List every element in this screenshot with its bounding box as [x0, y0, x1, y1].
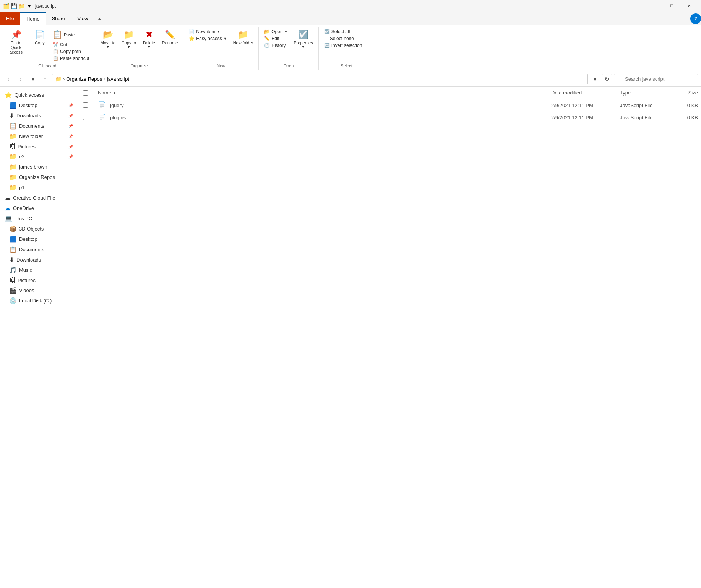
history-button[interactable]: 🕐 History — [262, 42, 290, 49]
paste-shortcut-button[interactable]: 📋 Paste shortcut — [50, 55, 92, 62]
title-bar-icons: 🗂️ 💾 📁 ▾ — [3, 3, 32, 9]
sidebar-item-videos[interactable]: 🎬 Videos — [0, 285, 76, 296]
pin-indicator: 📌 — [68, 154, 73, 159]
breadcrumb-expand-button[interactable]: ▾ — [589, 74, 600, 84]
sidebar-item-desktop[interactable]: 🟦 Desktop 📌 — [0, 100, 76, 110]
pin-indicator: 📌 — [68, 103, 73, 107]
easy-access-button[interactable]: ⭐ Easy access ▼ — [187, 35, 229, 42]
rename-button[interactable]: ✏️ Rename — [160, 28, 180, 47]
local-disk-icon: 💿 — [9, 297, 17, 304]
sidebar-item-documents[interactable]: 📋 Documents 📌 — [0, 121, 76, 131]
refresh-button[interactable]: ↻ — [602, 74, 612, 84]
edit-button[interactable]: ✏️ Edit — [262, 35, 290, 42]
select-column: ☑️ Select all ☐ Select none 🔄 Invert sel… — [322, 28, 372, 49]
cut-icon: ✂️ — [53, 42, 58, 47]
header-type-col[interactable]: Type — [617, 90, 670, 96]
header-checkbox-col — [76, 90, 95, 96]
cut-button[interactable]: ✂️ Cut — [50, 41, 92, 48]
sidebar-item-pictures[interactable]: 🖼 Pictures 📌 — [0, 141, 76, 151]
sidebar-item-this-pc[interactable]: 💻 This PC — [0, 213, 76, 224]
ribbon-group-open: 📂 Open ▼ ✏️ Edit 🕐 History ☑️ Properties… — [259, 27, 318, 70]
copy-path-button[interactable]: 📋 Copy path — [50, 48, 92, 55]
paste-button[interactable]: 📋 Paste — [50, 28, 92, 41]
open-button[interactable]: 📂 Open ▼ — [262, 28, 290, 35]
header-date-col[interactable]: Date modified — [548, 90, 617, 96]
paste-column: 📋 Paste ✂️ Cut 📋 Copy path 📋 Paste short… — [50, 28, 92, 62]
move-to-arrow: ▼ — [106, 45, 110, 49]
save-icon: 💾 — [11, 3, 17, 9]
select-all-checkbox[interactable] — [83, 90, 88, 96]
forward-button[interactable]: › — [15, 74, 26, 84]
sidebar-item-desktop-pc[interactable]: 🟦 Desktop — [0, 234, 76, 244]
sidebar-quick-access[interactable]: ⭐ Quick access — [0, 90, 76, 100]
e2-icon: 📁 — [9, 153, 17, 160]
file-row-jquery[interactable]: 📄 jquery 2/9/2021 12:11 PM JavaScript Fi… — [76, 99, 701, 111]
copy-path-icon: 📋 — [53, 49, 58, 54]
file-checkbox-plugins[interactable] — [83, 115, 88, 120]
tab-file[interactable]: File — [0, 12, 20, 25]
minimize-button[interactable]: — — [645, 0, 663, 12]
tab-view[interactable]: View — [71, 12, 94, 25]
sidebar-item-3d-objects[interactable]: 📦 3D Objects — [0, 224, 76, 234]
select-none-button[interactable]: ☐ Select none — [322, 35, 372, 42]
file-row-plugins[interactable]: 📄 plugins 2/9/2021 12:11 PM JavaScript F… — [76, 111, 701, 123]
window-title: java script — [35, 3, 645, 9]
breadcrumb-item2[interactable]: java script — [107, 76, 130, 82]
select-all-button[interactable]: ☑️ Select all — [322, 28, 372, 35]
move-to-button[interactable]: 📂 Move to ▼ — [98, 28, 118, 50]
tab-home[interactable]: Home — [20, 12, 46, 25]
new-column: 📄 New item ▼ ⭐ Easy access ▼ — [187, 28, 229, 42]
new-item-button[interactable]: 📄 New item ▼ — [187, 28, 229, 35]
copy-to-icon: 📁 — [123, 30, 134, 40]
rename-icon: ✏️ — [165, 30, 175, 40]
sidebar-item-pictures-pc[interactable]: 🖼 Pictures — [0, 275, 76, 285]
header-size-col[interactable]: Size — [670, 90, 701, 96]
tab-share[interactable]: Share — [46, 12, 71, 25]
title-bar: 🗂️ 💾 📁 ▾ java script — ☐ ✕ — [0, 0, 701, 12]
sidebar-item-p1[interactable]: 📁 p1 — [0, 182, 76, 193]
sidebar-item-downloads-pc[interactable]: ⬇ Downloads — [0, 255, 76, 265]
copy-button[interactable]: 📄 Copy — [31, 28, 49, 47]
copy-to-arrow: ▼ — [127, 45, 130, 49]
sidebar-item-onedrive[interactable]: ☁ OneDrive — [0, 203, 76, 213]
copy-to-button[interactable]: 📁 Copy to ▼ — [119, 28, 138, 50]
search-wrapper: 🔍 — [614, 74, 698, 84]
invert-selection-button[interactable]: 🔄 Invert selection — [322, 42, 372, 49]
file-row-check — [76, 102, 95, 108]
breadcrumb[interactable]: 📁 › Organize Repos › java script — [52, 74, 588, 84]
ribbon: 📌 Pin to Quick access 📄 Copy 📋 Paste ✂️ … — [0, 25, 701, 71]
sidebar-item-new-folder[interactable]: 📁 New folder 📌 — [0, 131, 76, 141]
help-button[interactable]: ? — [690, 13, 701, 24]
sidebar-item-creative-cloud[interactable]: ☁ Creative Cloud File — [0, 193, 76, 203]
new-folder-button[interactable]: 📁 New folder — [231, 28, 256, 47]
sidebar-item-music[interactable]: 🎵 Music — [0, 265, 76, 275]
history-icon: 🕐 — [264, 43, 270, 48]
sidebar-item-organize-repos[interactable]: 📁 Organize Repos — [0, 172, 76, 182]
folder-icon: 📁 — [18, 3, 24, 9]
pin-to-quick-access-button[interactable]: 📌 Pin to Quick access — [3, 28, 29, 56]
maximize-button[interactable]: ☐ — [663, 0, 680, 12]
new-folder-icon: 📁 — [238, 30, 248, 40]
sidebar-item-downloads[interactable]: ⬇ Downloads 📌 — [0, 110, 76, 121]
recent-locations-button[interactable]: ▾ — [28, 74, 38, 84]
sidebar-item-e2[interactable]: 📁 e2 📌 — [0, 151, 76, 162]
file-checkbox-jquery[interactable] — [83, 102, 88, 108]
sidebar-item-james-brown[interactable]: 📁 james brown — [0, 162, 76, 172]
organize-content: 📂 Move to ▼ 📁 Copy to ▼ ✖ Delete ▼ ✏️ Re… — [98, 28, 180, 62]
delete-button[interactable]: ✖ Delete ▼ — [140, 28, 158, 50]
properties-button[interactable]: ☑️ Properties ▼ — [292, 28, 315, 50]
header-name-col[interactable]: Name ▲ — [95, 90, 548, 96]
up-button[interactable]: ↑ — [40, 74, 50, 84]
file-date-jquery: 2/9/2021 12:11 PM — [548, 102, 617, 108]
file-name-plugins: 📄 plugins — [95, 113, 548, 122]
sidebar-item-documents-pc[interactable]: 📋 Documents — [0, 244, 76, 255]
breadcrumb-item1[interactable]: Organize Repos — [66, 76, 102, 82]
back-button[interactable]: ‹ — [3, 74, 14, 84]
close-button[interactable]: ✕ — [680, 0, 698, 12]
dropdown-arrow-icon[interactable]: ▾ — [26, 3, 32, 9]
search-input[interactable] — [614, 74, 698, 84]
sidebar-item-local-disk[interactable]: 💿 Local Disk (C:) — [0, 296, 76, 306]
ribbon-collapse-button[interactable]: ▲ — [94, 13, 105, 24]
videos-icon: 🎬 — [9, 287, 17, 294]
james-brown-icon: 📁 — [9, 163, 17, 171]
